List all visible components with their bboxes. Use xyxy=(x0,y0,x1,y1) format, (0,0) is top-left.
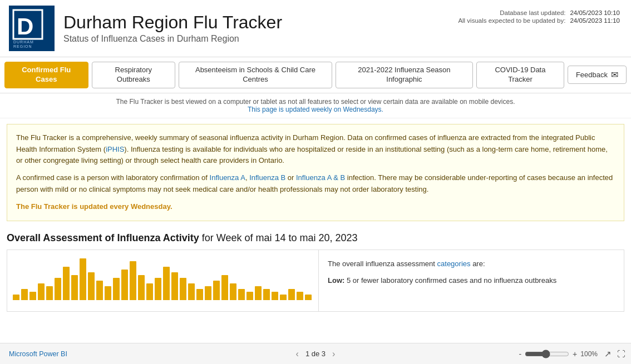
bar xyxy=(130,261,136,300)
notice-bar: The Flu Tracker is best viewed on a comp… xyxy=(0,93,631,118)
bar xyxy=(171,272,178,300)
db-updated-label: Database last updated: xyxy=(456,9,568,17)
tab-covid[interactable]: COVID-19 Data Tracker xyxy=(476,62,564,88)
logo: D DURHAM REGION xyxy=(9,6,55,51)
assessment-title-rest: for Week of mai 14 to mai 20, 2023 xyxy=(199,232,358,243)
bar xyxy=(238,289,245,300)
bar xyxy=(13,295,19,300)
bar xyxy=(105,286,111,300)
bar xyxy=(63,267,70,300)
bar xyxy=(297,292,303,300)
bar xyxy=(163,267,170,300)
bar xyxy=(38,283,45,300)
bar xyxy=(138,275,145,300)
tab-confirmed-cases[interactable]: Confirmed Flu Cases xyxy=(4,62,88,88)
bar xyxy=(255,286,262,300)
info-box: The Flu Tracker is a comprehensive, week… xyxy=(7,124,624,221)
bar xyxy=(96,281,103,300)
low-label: Low: xyxy=(328,276,344,285)
svg-text:DURHAM: DURHAM xyxy=(13,40,34,44)
bar xyxy=(305,295,312,300)
db-updated-value: 24/05/2023 10:10 xyxy=(568,9,622,17)
bar xyxy=(263,289,270,300)
tab-respiratory-outbreaks[interactable]: Respiratory Outbreaks xyxy=(92,62,176,88)
svg-text:REGION: REGION xyxy=(13,44,32,48)
header: D DURHAM REGION Durham Region Flu Tracke… xyxy=(0,0,631,57)
visuals-label: All visuals expected to be updated by: xyxy=(456,17,568,24)
bar xyxy=(46,286,53,300)
bar xyxy=(146,283,153,300)
bar xyxy=(196,289,203,300)
bar-chart xyxy=(7,250,318,300)
notice-line2: This page is updated weekly on Wednesday… xyxy=(9,106,622,113)
bar xyxy=(230,283,236,300)
low-text: 5 or fewer laboratory confirmed cases an… xyxy=(344,276,556,285)
low-category: Low: 5 or fewer laboratory confirmed cas… xyxy=(328,275,615,287)
header-meta: Database last updated: 24/05/2023 10:10 … xyxy=(456,9,622,24)
bar xyxy=(205,286,211,300)
feedback-button[interactable]: Feedback ✉ xyxy=(568,66,627,84)
info-para1: The Flu Tracker is a comprehensive, week… xyxy=(16,132,615,167)
bar xyxy=(288,289,295,300)
envelope-icon: ✉ xyxy=(611,69,618,80)
chart-area xyxy=(7,250,319,311)
bar xyxy=(280,295,287,300)
bar xyxy=(213,281,220,300)
assessment-info-panel: The overall influenza assessment categor… xyxy=(319,250,624,311)
info-para3: The Flu Tracker is updated every Wednesd… xyxy=(16,201,615,213)
assessment-title-bold: Overall Assessment of Influenza Activity xyxy=(7,232,199,243)
tab-infographic[interactable]: 2021-2022 Influenza Season Infographic xyxy=(336,62,473,88)
notice-line1: The Flu Tracker is best viewed on a comp… xyxy=(9,98,622,106)
page-subtitle: Status of Influenza Cases in Durham Regi… xyxy=(63,34,622,44)
bar xyxy=(55,278,61,300)
assessment-section: Overall Assessment of Influenza Activity… xyxy=(0,227,631,315)
bar xyxy=(71,275,78,300)
visuals-value: 24/05/2023 11:10 xyxy=(568,17,622,24)
assessment-content: The overall influenza assessment categor… xyxy=(7,250,624,312)
bar xyxy=(29,292,36,300)
bar xyxy=(21,289,28,300)
feedback-label: Feedback xyxy=(576,71,608,79)
assessment-title: Overall Assessment of Influenza Activity… xyxy=(7,232,624,244)
info-para2: A confirmed case is a person with labora… xyxy=(16,172,615,196)
tab-absenteeism[interactable]: Absenteeism in Schools & Child Care Cent… xyxy=(179,62,332,88)
bar xyxy=(221,275,228,300)
bar xyxy=(180,278,186,300)
svg-text:D: D xyxy=(17,13,33,39)
bar xyxy=(247,292,253,300)
bar xyxy=(155,278,161,300)
bar xyxy=(121,270,128,300)
bar xyxy=(188,283,195,300)
bar xyxy=(80,258,86,300)
bar xyxy=(88,272,95,300)
bar xyxy=(272,292,278,300)
nav-tabs: Confirmed Flu Cases Respiratory Outbreak… xyxy=(0,57,631,93)
bar xyxy=(113,278,120,300)
categories-intro: The overall influenza assessment categor… xyxy=(328,258,615,270)
